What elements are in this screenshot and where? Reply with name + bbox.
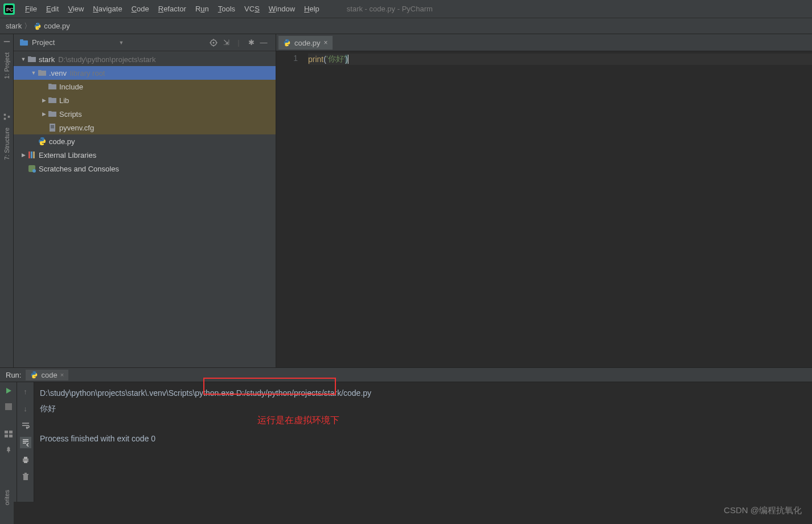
console-line: D:\study\python\projects\stark\.venv\Scr… bbox=[40, 386, 806, 401]
svg-rect-9 bbox=[20, 40, 28, 46]
tree-arrow-icon[interactable]: ▼ bbox=[30, 70, 38, 76]
breadcrumb-label: stark bbox=[6, 22, 22, 30]
tree-arrow-icon[interactable]: ▶ bbox=[19, 152, 27, 158]
hide-icon[interactable]: — bbox=[257, 36, 270, 49]
pin-icon[interactable] bbox=[3, 445, 14, 455]
svg-rect-22 bbox=[31, 152, 32, 158]
menu-view[interactable]: View bbox=[63, 2, 88, 15]
tree-label: .venv bbox=[49, 69, 67, 77]
menu-window[interactable]: Window bbox=[264, 2, 300, 15]
svg-point-25 bbox=[32, 169, 36, 173]
up-icon[interactable]: ↑ bbox=[20, 386, 31, 397]
tree-label: pyvenv.cfg bbox=[59, 124, 94, 132]
minimize-icon[interactable] bbox=[3, 38, 11, 46]
run-title: Run: bbox=[6, 371, 21, 379]
menu-tools[interactable]: Tools bbox=[214, 2, 240, 15]
rerun-icon[interactable] bbox=[3, 386, 14, 396]
folder-icon bbox=[27, 55, 36, 64]
structure-icon[interactable] bbox=[3, 113, 11, 121]
code-line[interactable]: print('你好') bbox=[308, 54, 812, 65]
watermark: CSDN @编程抗氧化 bbox=[724, 505, 802, 516]
svg-rect-20 bbox=[51, 128, 54, 128]
svg-rect-6 bbox=[3, 114, 6, 116]
tree-row[interactable]: ▼.venvlibrary root bbox=[14, 66, 276, 80]
breadcrumb-file[interactable]: code.py bbox=[34, 22, 70, 30]
menu-help[interactable]: Help bbox=[300, 2, 324, 15]
svg-point-26 bbox=[286, 40, 286, 40]
folder-icon bbox=[48, 109, 57, 118]
layout-icon[interactable] bbox=[3, 429, 14, 439]
svg-marker-28 bbox=[6, 388, 11, 394]
print-icon[interactable] bbox=[20, 454, 31, 465]
menu-vcs[interactable]: VCS bbox=[240, 2, 264, 15]
svg-rect-5 bbox=[3, 41, 10, 42]
tree-label: Scratches and Consoles bbox=[39, 165, 119, 173]
file-py-icon bbox=[38, 137, 47, 146]
run-tab[interactable]: code × bbox=[26, 370, 68, 380]
menu-navigate[interactable]: Navigate bbox=[88, 2, 126, 15]
tree-row[interactable]: ▶External Libraries bbox=[14, 148, 276, 162]
tree-row[interactable]: Scratches and Consoles bbox=[14, 162, 276, 175]
tree-label: Scripts bbox=[59, 110, 82, 118]
console-line: 你好 bbox=[40, 401, 806, 416]
stop-icon[interactable] bbox=[3, 402, 14, 412]
editor-tab-code[interactable]: code.py × bbox=[278, 36, 333, 51]
menubar: PC File Edit View Navigate Code Refactor… bbox=[0, 0, 812, 18]
editor-tabs: code.py × bbox=[276, 34, 812, 51]
folder-icon bbox=[38, 68, 47, 77]
rail-project-button[interactable]: 1: Project bbox=[2, 50, 11, 81]
left-tool-rail: 1: Project 7: Structure bbox=[0, 34, 14, 367]
trash-icon[interactable] bbox=[20, 471, 31, 482]
project-icon bbox=[19, 38, 28, 47]
tree-hint: library root bbox=[70, 69, 105, 77]
gear-icon[interactable]: ✱ bbox=[245, 36, 257, 49]
window-title: stark - code.py - PyCharm bbox=[347, 5, 433, 13]
tree-arrow-icon[interactable]: ▶ bbox=[40, 111, 48, 117]
run-console[interactable]: 运行是在虚拟环境下 D:\study\python\projects\stark… bbox=[34, 382, 812, 502]
python-file-icon bbox=[283, 39, 291, 47]
breadcrumb-project[interactable]: stark bbox=[6, 22, 22, 30]
tree-arrow-icon[interactable]: ▶ bbox=[40, 97, 48, 103]
favorites-rail[interactable]: orites bbox=[0, 490, 14, 524]
menu-file[interactable]: File bbox=[20, 2, 42, 15]
svg-rect-35 bbox=[24, 457, 27, 459]
chevron-down-icon[interactable]: ▼ bbox=[119, 40, 124, 46]
close-icon[interactable]: × bbox=[60, 371, 64, 378]
menu-refactor[interactable]: Refactor bbox=[154, 2, 191, 15]
menu-code[interactable]: Code bbox=[127, 2, 154, 15]
svg-text:PC: PC bbox=[6, 7, 14, 13]
code-area[interactable]: print('你好') bbox=[308, 51, 812, 367]
locate-icon[interactable] bbox=[207, 36, 220, 49]
settings-sep-icon: | bbox=[232, 36, 245, 49]
tree-row[interactable]: code.py bbox=[14, 134, 276, 148]
editor-pane: code.py × 1 print('你好') bbox=[276, 34, 812, 367]
rail-structure-button[interactable]: 7: Structure bbox=[2, 125, 11, 162]
svg-rect-23 bbox=[33, 152, 35, 158]
run-left-toolbar bbox=[0, 382, 17, 502]
tree-row[interactable]: ▶Lib bbox=[14, 93, 276, 107]
down-icon[interactable]: ↓ bbox=[20, 403, 31, 414]
close-icon[interactable]: × bbox=[324, 39, 328, 47]
scroll-to-end-icon[interactable] bbox=[20, 437, 31, 448]
python-file-icon bbox=[30, 371, 38, 379]
menu-edit[interactable]: Edit bbox=[42, 2, 63, 15]
tree-row[interactable]: pyvenv.cfg bbox=[14, 121, 276, 134]
svg-rect-38 bbox=[23, 474, 28, 475]
menu-run[interactable]: Run bbox=[191, 2, 214, 15]
soft-wrap-icon[interactable] bbox=[20, 420, 31, 431]
tree-hint: D:\study\python\projects\stark bbox=[58, 55, 155, 64]
tree-arrow-icon[interactable]: ▼ bbox=[19, 56, 27, 62]
svg-point-4 bbox=[38, 28, 39, 28]
editor-tab-label: code.py bbox=[294, 39, 321, 47]
editor-body[interactable]: 1 print('你好') bbox=[276, 51, 812, 367]
tree-row[interactable]: ▶Scripts bbox=[14, 107, 276, 121]
expand-all-icon[interactable]: ⇲ bbox=[220, 36, 232, 49]
run-toolwindow-body: ↑ ↓ 运行是在虚拟环境下 D:\study\python\projects\s… bbox=[0, 382, 812, 502]
line-number: 1 bbox=[276, 54, 298, 63]
svg-point-12 bbox=[213, 42, 215, 43]
project-tree[interactable]: ▼starkD:\study\python\projects\stark▼.ve… bbox=[14, 51, 276, 367]
tree-row[interactable]: ▼starkD:\study\python\projects\stark bbox=[14, 52, 276, 66]
tree-row[interactable]: Include bbox=[14, 80, 276, 93]
editor-gutter: 1 bbox=[276, 51, 308, 367]
svg-rect-29 bbox=[5, 403, 12, 410]
